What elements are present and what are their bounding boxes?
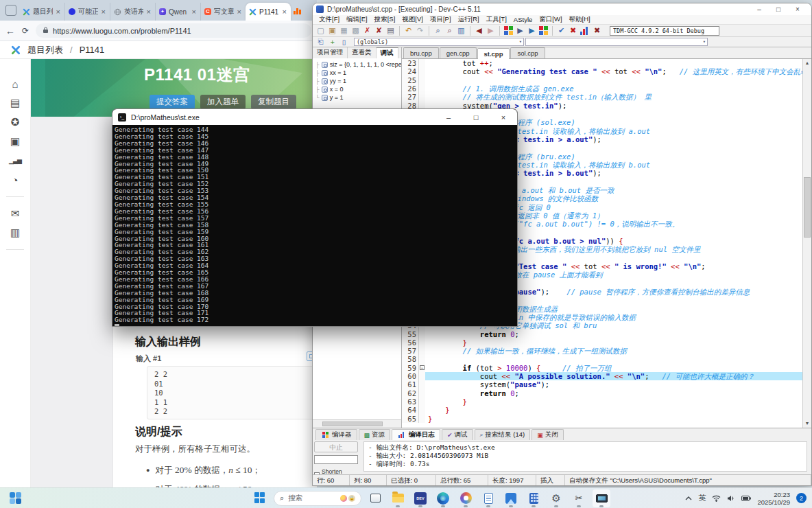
stats-icon[interactable]: ◔	[12, 170, 18, 189]
battery-icon[interactable]	[741, 496, 751, 501]
scroll-up-icon[interactable]: ▲	[803, 59, 811, 67]
tab-close-icon[interactable]: ×	[282, 8, 287, 16]
close-icon[interactable]: ×	[788, 5, 807, 13]
debug-check-icon[interactable]: ✔	[556, 25, 566, 36]
dock-tab-search-results[interactable]: ⌕搜索结果 (14)	[475, 429, 531, 440]
profile-delete-icon[interactable]: ✖	[592, 25, 602, 36]
browser-tab-4[interactable]: ✦Qwen×	[155, 3, 200, 21]
clock[interactable]: 20:23 2025/10/29	[757, 491, 790, 506]
scrollbar-thumb[interactable]	[804, 177, 811, 238]
contest-icon[interactable]: ▣	[10, 132, 20, 151]
wifi-icon[interactable]	[712, 495, 721, 502]
menu-item-8[interactable]: AStyle	[510, 16, 536, 23]
panel-tab-项目管理[interactable]: 项目管理	[313, 47, 348, 58]
taskbar-app-dev[interactable]: DEV	[411, 489, 429, 507]
feed-icon[interactable]: ▥	[10, 223, 20, 242]
editor-tab-bru.cpp[interactable]: bru.cpp	[403, 47, 439, 58]
tray-expand-icon[interactable]	[685, 496, 692, 500]
watch-row-5[interactable]: └y = 1	[315, 93, 401, 102]
panel-tab-查看类[interactable]: 查看类	[348, 47, 377, 58]
close-icon[interactable]: ×	[490, 109, 517, 125]
console-titlebar[interactable]: ›_ D:\proMatheus\st.exe – □ ×	[112, 109, 517, 125]
tab-close-icon[interactable]: ×	[101, 8, 106, 16]
panel-tab-调试[interactable]: 调试	[377, 47, 398, 58]
menu-item-6[interactable]: 运行[R]	[455, 15, 483, 24]
editor-tab-sol.cpp[interactable]: sol.cpp	[510, 47, 545, 58]
home-icon[interactable]: ⌂	[12, 74, 18, 93]
browser-tab-2[interactable]: 可能正×	[64, 3, 110, 21]
replace-icon[interactable]: ⌕	[444, 25, 455, 36]
save-all-icon[interactable]: ▩	[350, 25, 361, 36]
maximize-icon[interactable]: □	[769, 5, 788, 13]
stop-execution-icon[interactable]: ✖	[568, 25, 578, 36]
notification-badge[interactable]: 2	[796, 493, 807, 503]
compiler-select[interactable]: TDM-GCC 4.9.2 64-bit Debug	[610, 26, 719, 36]
undo-icon[interactable]: ↶	[403, 25, 414, 36]
dock-tab-resources[interactable]: ▩资源	[359, 429, 391, 440]
training-icon[interactable]: ✪	[11, 113, 20, 132]
problem-button-1[interactable]: 提交答案	[150, 95, 195, 109]
problem-list-icon[interactable]: ▤	[10, 93, 20, 113]
widgets-icon[interactable]	[10, 492, 22, 505]
sample-input-box[interactable]: 2 2 01 10 1 1 2 2	[147, 366, 317, 419]
start-button[interactable]	[251, 489, 269, 507]
taskbar-app-edge[interactable]	[434, 489, 452, 507]
panel-horizontal-scrollbar[interactable]	[313, 419, 401, 428]
menu-item-1[interactable]: 文件[F]	[315, 15, 343, 24]
problem-button-3[interactable]: 复制题目	[251, 95, 296, 109]
taskbar-app-taskview[interactable]	[366, 489, 384, 507]
open-file-icon[interactable]: ▣	[327, 25, 337, 36]
goto-line-icon[interactable]: ▥	[456, 25, 466, 36]
minimize-icon[interactable]: –	[750, 5, 769, 13]
ime-indicator[interactable]: 英	[698, 493, 706, 503]
editor-tab-gen.cpp[interactable]: gen.cpp	[440, 47, 477, 58]
minimize-icon[interactable]: –	[435, 109, 462, 125]
debug-window-icon[interactable]: ⎗	[315, 37, 326, 47]
tab-close-icon[interactable]: ×	[237, 8, 242, 16]
address-bar[interactable]: https://www.luogu.com.cn/problem/P1141	[36, 23, 311, 38]
volume-icon[interactable]	[727, 495, 735, 502]
rebuild-icon[interactable]	[539, 26, 548, 35]
dock-tab-compile-log[interactable]: 编译日志	[392, 429, 440, 440]
tab-close-icon[interactable]: ×	[56, 8, 61, 16]
taskbar-app-display[interactable]	[593, 489, 610, 507]
taskbar-app-paint[interactable]	[457, 489, 475, 507]
close-all-icon[interactable]: ✘	[374, 25, 384, 36]
save-icon[interactable]: ▦	[339, 25, 349, 36]
redo-icon[interactable]: ↷	[415, 25, 425, 36]
globals-combo[interactable]: (globals) ▾	[354, 38, 524, 46]
find-icon[interactable]: ⌕	[433, 25, 443, 36]
menu-item-2[interactable]: 编辑[E]	[343, 15, 371, 24]
browser-tab-6[interactable]: P1141 01×	[246, 3, 291, 21]
taskbar-app-calc[interactable]	[525, 489, 542, 507]
dock-tab-compiler[interactable]: 编译器	[315, 429, 357, 440]
menu-item-10[interactable]: 帮助[H]	[566, 15, 594, 24]
menu-item-3[interactable]: 搜索[S]	[371, 15, 399, 24]
breadcrumb-root[interactable]: 题目列表	[27, 44, 63, 56]
add-watch-icon[interactable]: ＋	[327, 37, 337, 47]
abort-button[interactable]: 中止	[314, 441, 358, 452]
forward-icon[interactable]: ▶	[486, 25, 496, 36]
members-combo[interactable]: ▾	[525, 38, 708, 46]
menu-item-5[interactable]: 项目[P]	[427, 15, 455, 24]
watch-row-2[interactable]: ├xx = 1	[315, 69, 401, 77]
run-icon[interactable]: ▶	[515, 25, 525, 36]
taskbar-app-snip[interactable]: ✂	[570, 489, 588, 507]
tab-close-icon[interactable]: ×	[191, 8, 197, 16]
console-output[interactable]: Generating test case 144Generating test …	[112, 125, 517, 326]
tab-search-icon[interactable]	[5, 5, 16, 16]
taskbar-app-notepad[interactable]	[479, 489, 497, 507]
menu-item-7[interactable]: 工具[T]	[483, 15, 510, 24]
back-icon[interactable]: ←	[5, 25, 15, 36]
new-file-icon[interactable]: ▢	[315, 25, 326, 36]
refresh-icon[interactable]: ⟳	[22, 26, 29, 36]
problem-button-2[interactable]: 加入题单	[200, 95, 246, 109]
editor-vertical-scrollbar[interactable]: ▲ ▼	[802, 59, 811, 428]
menu-item-9[interactable]: 窗口[W]	[536, 15, 565, 24]
browser-tab-1[interactable]: 题目列表×	[19, 3, 64, 21]
profile-icon[interactable]	[580, 26, 590, 35]
watch-row-3[interactable]: ├yy = 1	[315, 77, 401, 85]
watch-row-1[interactable]: ├siz = {0, 1, 1, 1, 1, 0 <repeats 10	[315, 60, 401, 69]
compile-run-icon[interactable]: ▶	[527, 25, 537, 36]
dock-tab-close-panel[interactable]: ▣关闭	[532, 429, 564, 440]
